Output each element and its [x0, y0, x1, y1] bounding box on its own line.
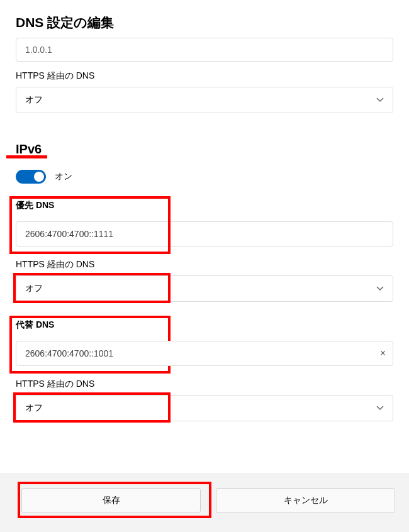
ipv6-toggle[interactable]	[16, 170, 46, 184]
ipv6-primary-https-value: オフ	[25, 283, 43, 294]
dialog-footer: 保存 キャンセル	[0, 473, 409, 532]
dialog-title: DNS 設定の編集	[16, 14, 393, 31]
ipv6-alt-dns-input[interactable]: 2606:4700:4700::1001	[16, 341, 393, 366]
ipv6-primary-dns-label: 優先 DNS	[16, 200, 393, 211]
ipv6-alt-https-label: HTTPS 経由の DNS	[16, 379, 393, 390]
ipv4-https-dns-value: オフ	[25, 94, 43, 106]
ipv6-primary-https-select[interactable]: オフ	[16, 275, 393, 302]
ipv6-primary-https-label: HTTPS 経由の DNS	[16, 259, 393, 270]
ipv4-alt-dns-input[interactable]: 1.0.0.1	[16, 38, 393, 62]
save-button[interactable]: 保存	[21, 488, 201, 513]
clear-icon[interactable]: ×	[380, 348, 386, 359]
chevron-down-icon	[376, 285, 384, 292]
cancel-button[interactable]: キャンセル	[216, 488, 395, 513]
ipv6-alt-https-select[interactable]: オフ	[16, 395, 393, 421]
ipv6-heading: IPv6	[16, 142, 42, 157]
ipv4-https-dns-label: HTTPS 経由の DNS	[16, 70, 393, 82]
ipv4-https-dns-select[interactable]: オフ	[16, 87, 393, 113]
ipv6-toggle-label: オン	[55, 171, 72, 182]
ipv6-alt-dns-label: 代替 DNS	[16, 319, 393, 331]
chevron-down-icon	[376, 96, 384, 104]
chevron-down-icon	[376, 404, 384, 412]
ipv6-primary-dns-input[interactable]: 2606:4700:4700::1111	[16, 221, 393, 247]
toggle-knob	[34, 172, 44, 182]
ipv6-alt-https-value: オフ	[25, 402, 43, 414]
